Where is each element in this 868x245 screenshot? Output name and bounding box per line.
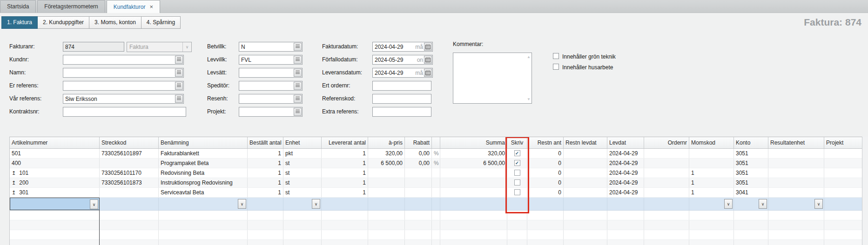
entry-dropdown-resultatenhet[interactable]: ∨ (814, 199, 823, 209)
cell-levdat[interactable]: 2024-04-29 (607, 168, 644, 178)
var-referens-input[interactable]: Siw Eriksson (63, 94, 184, 104)
cell-a_pris[interactable] (368, 168, 405, 178)
cell-levererat_antal[interactable]: 1 (322, 188, 368, 197)
cell-ordernr[interactable] (644, 168, 689, 178)
entry-cell-artikelnummer[interactable]: ∨ (10, 198, 100, 210)
cell-artikelnummer[interactable]: ↥301 (10, 188, 100, 197)
entry-cell-rabatt_unit[interactable] (432, 198, 440, 210)
cell-streckkod[interactable]: 7330256101170 (100, 168, 159, 178)
subtab-faktura[interactable]: 1. Faktura (1, 16, 38, 29)
cell-rabatt_unit[interactable]: % (432, 149, 440, 158)
referenskod-input[interactable] (372, 94, 431, 104)
cell-summa[interactable] (440, 178, 507, 187)
column-header-enhet[interactable]: Enhet (283, 137, 322, 148)
column-header-summa[interactable]: Summa (440, 137, 507, 148)
cell-bestallt_antal[interactable]: 1 (248, 178, 283, 187)
cell-streckkod[interactable] (100, 159, 159, 168)
calendar-button[interactable] (424, 56, 432, 64)
cell-rabatt[interactable] (405, 168, 432, 178)
cell-skriv[interactable] (507, 188, 527, 197)
cell-levdat[interactable]: 2024-04-29 (607, 159, 644, 168)
cell-skriv[interactable]: ✓ (507, 159, 527, 168)
leveransdatum-input[interactable]: 2024-04-29 må (372, 68, 433, 78)
cell-projekt[interactable] (824, 168, 862, 178)
cell-restn_ant[interactable]: 0 (527, 149, 564, 158)
tab-foretagstermometern[interactable]: Företagstermometern (37, 0, 105, 13)
entry-cell-projekt[interactable] (824, 198, 862, 210)
entry-cell-konto[interactable]: ∨ (734, 198, 768, 210)
cell-ordernr[interactable] (644, 178, 689, 187)
entry-cell-skriv[interactable] (507, 198, 527, 210)
entry-cell-restn_levdat[interactable] (564, 198, 607, 210)
browse-button[interactable] (175, 95, 183, 103)
cell-streckkod[interactable]: 7330256101897 (100, 149, 159, 158)
entry-cell-ordernr[interactable] (644, 198, 689, 210)
cell-projekt[interactable] (824, 178, 862, 187)
cell-benamning[interactable]: Fakturablankett (159, 149, 248, 158)
cell-streckkod[interactable]: 7330256101873 (100, 178, 159, 187)
kontraktsnr-input[interactable] (63, 107, 186, 117)
column-header-artikelnummer[interactable]: Artikelnummer (10, 137, 100, 148)
calendar-button[interactable] (424, 43, 432, 51)
cell-konto[interactable]: 3051 (734, 149, 768, 158)
cell-artikelnummer[interactable]: ↥200 (10, 178, 100, 187)
resenh-input[interactable] (239, 94, 303, 104)
browse-button[interactable] (294, 82, 302, 90)
cell-restn_levdat[interactable] (564, 188, 607, 197)
entry-cell-bestallt_antal[interactable] (248, 198, 283, 210)
grid-scrollbar[interactable] (862, 137, 868, 245)
browse-button[interactable] (294, 108, 302, 116)
browse-button[interactable] (294, 95, 302, 103)
cell-levererat_antal[interactable]: 1 (322, 178, 368, 187)
cell-restn_levdat[interactable] (564, 159, 607, 168)
cell-projekt[interactable] (824, 149, 862, 158)
column-header-levererat_antal[interactable]: Levererat antal (322, 137, 368, 148)
checkbox-husarbete[interactable] (553, 64, 559, 70)
browse-button[interactable] (175, 56, 183, 64)
cell-enhet[interactable]: pkt (283, 149, 322, 158)
entry-cell-summa[interactable] (440, 198, 507, 210)
cell-summa[interactable]: 320,00 (440, 149, 507, 158)
column-header-skriv[interactable]: Skriv (507, 137, 527, 148)
entry-dropdown-konto[interactable]: ∨ (759, 199, 767, 209)
cell-a_pris[interactable]: 320,00 (368, 149, 405, 158)
forfallodatum-input[interactable]: 2024-05-29 on (372, 55, 433, 65)
cell-resultatenhet[interactable] (768, 178, 824, 187)
cell-ordernr[interactable] (644, 188, 689, 197)
levsatt-input[interactable] (239, 68, 303, 78)
cell-benamning[interactable]: Instruktionsprog Redovisning (159, 178, 248, 187)
cell-rabatt[interactable]: 0,00 (405, 159, 432, 168)
cell-konto[interactable]: 3051 (734, 159, 768, 168)
cell-artikelnummer[interactable]: 501 (10, 149, 100, 158)
subtab-moms-konton[interactable]: 3. Moms, konton (89, 16, 141, 29)
cell-restn_ant[interactable]: 0 (527, 159, 564, 168)
cell-a_pris[interactable] (368, 188, 405, 197)
cell-rabatt_unit[interactable]: % (432, 159, 440, 168)
column-header-momskod[interactable]: Momskod (689, 137, 734, 148)
speditor-input[interactable] (239, 81, 303, 91)
cell-konto[interactable]: 3041 (734, 188, 768, 197)
cell-restn_ant[interactable]: 0 (527, 188, 564, 197)
cell-projekt[interactable] (824, 159, 862, 168)
cell-restn_ant[interactable]: 0 (527, 178, 564, 187)
cell-bestallt_antal[interactable]: 1 (248, 149, 283, 158)
cell-rabatt_unit[interactable] (432, 178, 440, 187)
entry-cell-benamning[interactable]: ∨ (159, 198, 248, 210)
cell-skriv[interactable] (507, 178, 527, 187)
projekt-input[interactable] (239, 107, 303, 117)
cell-momskod[interactable] (689, 149, 734, 158)
cell-artikelnummer[interactable]: ↥101 (10, 168, 100, 178)
namn-input[interactable] (63, 68, 184, 78)
browse-button[interactable] (175, 69, 183, 77)
entry-cell-enhet[interactable]: ∨ (283, 198, 322, 210)
entry-cell-restn_ant[interactable] (527, 198, 564, 210)
cell-levdat[interactable]: 2024-04-29 (607, 149, 644, 158)
cell-levererat_antal[interactable]: 1 (322, 159, 368, 168)
cell-resultatenhet[interactable] (768, 149, 824, 158)
cell-levererat_antal[interactable]: 1 (322, 168, 368, 178)
skriv-checkbox[interactable]: ✓ (514, 150, 520, 156)
column-header-restn_levdat[interactable]: Restn levdat (564, 137, 607, 148)
cell-bestallt_antal[interactable]: 1 (248, 188, 283, 197)
cell-ordernr[interactable] (644, 149, 689, 158)
browse-button[interactable] (175, 82, 183, 90)
